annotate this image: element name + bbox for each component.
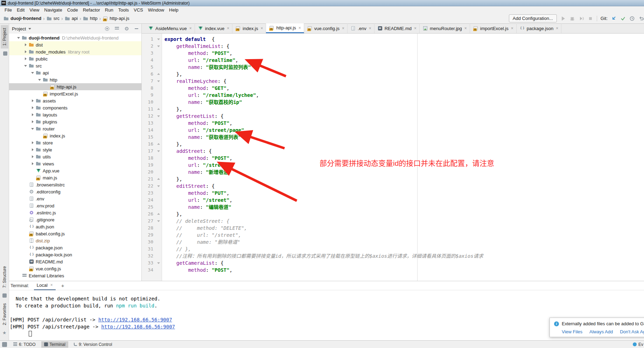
tool-button-project[interactable]: 1: Project [1,25,8,49]
tree-item-vue.config.js[interactable]: vue.config.js [9,265,141,272]
menu-vcs[interactable]: VCS [131,7,146,13]
chevron-collapsed-icon[interactable] [30,140,36,145]
hide-panel-icon[interactable] [134,26,139,31]
git-update-icon[interactable] [611,16,617,21]
tree-item-.editorconfig[interactable]: .editorconfig [9,188,141,195]
history-icon[interactable] [629,16,635,21]
fold-marker-icon[interactable] [155,78,162,85]
menu-navigate[interactable]: Navigate [42,7,64,13]
tree-item-package.json[interactable]: package.json [9,244,141,251]
terminal-link[interactable]: http://192.168.66.56:9007 [101,324,175,329]
tree-item-.eslintrc.js[interactable]: .eslintrc.js [9,209,141,216]
fold-marker-icon[interactable] [155,183,162,190]
tree-item-http-api.js[interactable]: http-api.js [9,83,141,90]
chevron-collapsed-icon[interactable] [30,112,36,118]
close-icon[interactable]: × [556,26,558,31]
tree-item-External Libraries[interactable]: External Libraries [9,272,141,279]
tree-item-auth.json[interactable]: auth.json [9,223,141,230]
project-view-selector[interactable]: Project [12,26,31,31]
tree-item-assets[interactable]: assets [9,97,141,104]
chevron-expanded-icon[interactable] [37,77,43,83]
tab-vue.config.js[interactable]: vue.config.js× [304,23,348,33]
notification-action-view-files[interactable]: View Files [562,329,582,334]
tree-item-.env[interactable]: .env [9,195,141,202]
chevron-collapsed-icon[interactable] [30,98,36,104]
favorites-star-icon[interactable]: ★ [2,330,7,335]
view-options-icon[interactable] [114,26,120,31]
tool-button-favorites[interactable]: 2: Favorites [1,300,8,328]
tree-item-http[interactable]: http [9,76,141,83]
tree-item-src[interactable]: src [9,62,141,69]
run-with-coverage-icon[interactable] [579,16,584,21]
chevron-collapsed-icon[interactable] [30,119,36,125]
tree-item-router[interactable]: router [9,125,141,132]
menu-tools[interactable]: Tools [116,7,131,13]
tree-item-plugins[interactable]: plugins [9,118,141,125]
tree-item-importExcel.js[interactable]: importExcel.js [9,90,141,97]
chevron-collapsed-icon[interactable] [23,42,29,48]
tree-item-index.js[interactable]: index.js [9,132,141,139]
tree-item-.gitignore[interactable]: .gitignore [9,216,141,223]
tree-item-components[interactable]: components [9,104,141,111]
chevron-collapsed-icon[interactable] [30,154,36,159]
close-icon[interactable]: × [189,26,192,31]
stop-icon[interactable] [588,16,593,21]
terminal-tab-local[interactable]: Local × [34,281,56,290]
debug-icon[interactable] [569,16,575,21]
menu-edit[interactable]: Edit [14,7,27,13]
close-icon[interactable]: × [342,26,344,31]
close-icon[interactable]: × [464,26,467,31]
statusbar-6-todo[interactable]: 6: TODO [10,341,38,348]
fold-marker-icon[interactable] [155,141,162,148]
chevron-collapsed-icon[interactable] [30,147,36,152]
close-icon[interactable]: × [511,26,513,31]
tree-item-dist.zip[interactable]: dist.zip [9,237,141,244]
tool-button-structure[interactable]: 7: Structure [1,263,8,291]
tab-package.json[interactable]: package.json× [517,23,562,33]
tree-item-views[interactable]: views [9,160,141,167]
breadcrumb-item[interactable]: http [83,16,98,21]
gear-icon[interactable] [124,26,130,31]
git-commit-icon[interactable] [620,16,626,21]
menu-help[interactable]: Help [167,7,181,13]
rollback-icon[interactable] [638,16,644,21]
tab-.env[interactable]: .env× [348,23,374,33]
tab-menuRouter.jpg[interactable]: menuRouter.jpg× [420,23,470,33]
fold-marker-icon[interactable] [155,211,162,218]
tree-item-utils[interactable]: utils [9,153,141,160]
tree-item-style[interactable]: style [9,146,141,153]
statusbar-terminal[interactable]: Terminal [41,341,68,348]
tree-item-dist[interactable]: dist [9,41,141,48]
breadcrumb-item[interactable]: api [65,16,78,21]
code-editor[interactable]: 1export default {2 getRealTimeList: {3 m… [142,34,644,281]
close-icon[interactable]: × [369,26,371,31]
fold-marker-icon[interactable] [155,113,162,120]
tab-importExcel.js[interactable]: importExcel.js× [470,23,517,33]
fold-marker-icon[interactable] [155,176,162,183]
menu-window[interactable]: Window [146,7,167,13]
tree-item-package-lock.json[interactable]: package-lock.json [9,251,141,258]
close-icon[interactable]: × [414,26,416,31]
locate-file-icon[interactable] [104,26,110,31]
fold-marker-icon[interactable] [155,43,162,50]
add-configuration-button[interactable]: Add Configuration... [509,14,557,22]
breadcrumb-item[interactable]: duoji-frontend [4,16,41,21]
chevron-expanded-icon[interactable] [30,126,36,132]
run-icon[interactable] [560,16,566,21]
menu-run[interactable]: Run [103,7,116,13]
chevron-collapsed-icon[interactable] [30,105,36,111]
menu-file[interactable]: File [2,7,14,13]
notification-action-don't-ask-agai[interactable]: Don't Ask Agai [620,329,644,334]
tree-item-.env.prod[interactable]: .env.prod [9,202,141,209]
tree-item-README.md[interactable]: README.md [9,258,141,265]
fold-marker-icon[interactable] [155,36,162,43]
tree-item-layouts[interactable]: layouts [9,111,141,118]
statusbar-9-version-control[interactable]: 9: Version Control [71,341,115,348]
fold-marker-icon[interactable] [155,71,162,78]
close-icon[interactable]: × [50,283,53,287]
tab-README.md[interactable]: README.md× [374,23,420,33]
chevron-expanded-icon[interactable] [23,63,29,69]
fold-marker-icon[interactable] [155,218,162,225]
breadcrumb-item[interactable]: http-api.js [103,16,129,21]
tree-item-node_modules[interactable]: node_moduleslibrary root [9,48,141,55]
